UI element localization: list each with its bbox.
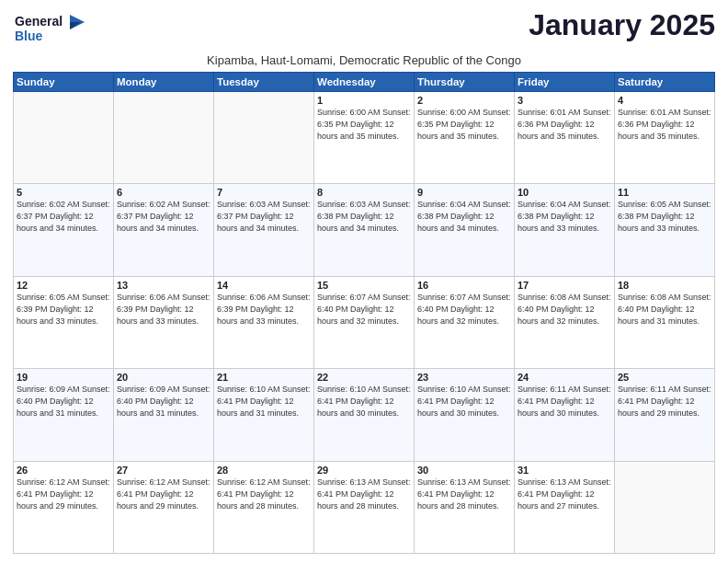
table-row: 30Sunrise: 6:13 AM Sunset: 6:41 PM Dayli…	[415, 461, 515, 553]
table-row: 7Sunrise: 6:03 AM Sunset: 6:37 PM Daylig…	[214, 184, 314, 276]
day-info: Sunrise: 6:02 AM Sunset: 6:37 PM Dayligh…	[117, 199, 210, 235]
week-row-5: 26Sunrise: 6:12 AM Sunset: 6:41 PM Dayli…	[14, 461, 715, 553]
table-row: 8Sunrise: 6:03 AM Sunset: 6:38 PM Daylig…	[314, 184, 415, 276]
svg-text:Blue: Blue	[15, 29, 43, 43]
table-row: 9Sunrise: 6:04 AM Sunset: 6:38 PM Daylig…	[415, 184, 515, 276]
day-number: 19	[17, 372, 110, 383]
day-info: Sunrise: 6:08 AM Sunset: 6:40 PM Dayligh…	[518, 292, 611, 327]
table-row: 22Sunrise: 6:10 AM Sunset: 6:41 PM Dayli…	[314, 369, 415, 461]
day-info: Sunrise: 6:06 AM Sunset: 6:39 PM Dayligh…	[117, 292, 210, 327]
day-number: 17	[518, 280, 611, 291]
day-number: 21	[217, 372, 311, 383]
table-row: 23Sunrise: 6:10 AM Sunset: 6:41 PM Dayli…	[415, 369, 515, 461]
table-row: 29Sunrise: 6:13 AM Sunset: 6:41 PM Dayli…	[314, 461, 415, 553]
calendar-table: Sunday Monday Tuesday Wednesday Thursday…	[13, 72, 715, 554]
day-info: Sunrise: 6:04 AM Sunset: 6:38 PM Dayligh…	[417, 199, 511, 235]
svg-text:General: General	[15, 14, 63, 29]
day-info: Sunrise: 6:10 AM Sunset: 6:41 PM Dayligh…	[317, 384, 411, 419]
table-row: 13Sunrise: 6:06 AM Sunset: 6:39 PM Dayli…	[114, 276, 214, 368]
table-row: 11Sunrise: 6:05 AM Sunset: 6:38 PM Dayli…	[615, 184, 715, 276]
table-row: 26Sunrise: 6:12 AM Sunset: 6:41 PM Dayli…	[14, 461, 114, 553]
day-number: 2	[417, 95, 511, 106]
day-info: Sunrise: 6:07 AM Sunset: 6:40 PM Dayligh…	[417, 292, 511, 327]
day-info: Sunrise: 6:03 AM Sunset: 6:37 PM Dayligh…	[217, 199, 311, 235]
day-number: 12	[17, 280, 110, 291]
week-row-1: 1Sunrise: 6:00 AM Sunset: 6:35 PM Daylig…	[14, 92, 715, 184]
title-block: January 2025	[529, 9, 715, 41]
day-number: 11	[618, 187, 711, 198]
table-row	[615, 461, 715, 553]
subtitle: Kipamba, Haut-Lomami, Democratic Republi…	[13, 53, 715, 67]
table-row	[14, 92, 114, 184]
table-row	[214, 92, 314, 184]
day-number: 31	[518, 465, 611, 476]
table-row: 28Sunrise: 6:12 AM Sunset: 6:41 PM Dayli…	[214, 461, 314, 553]
day-number: 13	[117, 280, 210, 291]
table-row: 14Sunrise: 6:06 AM Sunset: 6:39 PM Dayli…	[214, 276, 314, 368]
table-row: 2Sunrise: 6:00 AM Sunset: 6:35 PM Daylig…	[415, 92, 515, 184]
day-number: 27	[117, 465, 210, 476]
day-info: Sunrise: 6:06 AM Sunset: 6:39 PM Dayligh…	[217, 292, 311, 327]
day-number: 18	[618, 280, 711, 291]
day-number: 14	[217, 280, 311, 291]
day-number: 20	[117, 372, 210, 383]
header-row: Sunday Monday Tuesday Wednesday Thursday…	[14, 73, 715, 92]
day-number: 4	[618, 95, 711, 106]
logo-svg: General Blue	[13, 9, 86, 50]
day-info: Sunrise: 6:11 AM Sunset: 6:41 PM Dayligh…	[518, 384, 611, 419]
day-number: 22	[317, 372, 411, 383]
table-row: 25Sunrise: 6:11 AM Sunset: 6:41 PM Dayli…	[615, 369, 715, 461]
table-row: 1Sunrise: 6:00 AM Sunset: 6:35 PM Daylig…	[314, 92, 415, 184]
day-info: Sunrise: 6:10 AM Sunset: 6:41 PM Dayligh…	[417, 384, 511, 419]
day-number: 5	[17, 187, 110, 198]
header: General Blue January 2025	[13, 9, 715, 50]
day-info: Sunrise: 6:00 AM Sunset: 6:35 PM Dayligh…	[417, 107, 511, 143]
day-info: Sunrise: 6:01 AM Sunset: 6:36 PM Dayligh…	[518, 107, 611, 143]
day-info: Sunrise: 6:02 AM Sunset: 6:37 PM Dayligh…	[17, 199, 110, 235]
table-row	[114, 92, 214, 184]
day-info: Sunrise: 6:12 AM Sunset: 6:41 PM Dayligh…	[17, 477, 110, 512]
day-number: 23	[417, 372, 511, 383]
day-number: 8	[317, 187, 411, 198]
day-info: Sunrise: 6:11 AM Sunset: 6:41 PM Dayligh…	[618, 384, 711, 419]
table-row: 27Sunrise: 6:12 AM Sunset: 6:41 PM Dayli…	[114, 461, 214, 553]
day-info: Sunrise: 6:13 AM Sunset: 6:41 PM Dayligh…	[317, 477, 411, 512]
week-row-2: 5Sunrise: 6:02 AM Sunset: 6:37 PM Daylig…	[14, 184, 715, 276]
day-number: 29	[317, 465, 411, 476]
week-row-4: 19Sunrise: 6:09 AM Sunset: 6:40 PM Dayli…	[14, 369, 715, 461]
day-info: Sunrise: 6:08 AM Sunset: 6:40 PM Dayligh…	[618, 292, 711, 327]
day-info: Sunrise: 6:13 AM Sunset: 6:41 PM Dayligh…	[417, 477, 511, 512]
day-number: 24	[518, 372, 611, 383]
day-info: Sunrise: 6:12 AM Sunset: 6:41 PM Dayligh…	[117, 477, 210, 512]
table-row: 18Sunrise: 6:08 AM Sunset: 6:40 PM Dayli…	[615, 276, 715, 368]
table-row: 31Sunrise: 6:13 AM Sunset: 6:41 PM Dayli…	[515, 461, 615, 553]
day-number: 9	[417, 187, 511, 198]
day-info: Sunrise: 6:04 AM Sunset: 6:38 PM Dayligh…	[518, 199, 611, 235]
day-info: Sunrise: 6:13 AM Sunset: 6:41 PM Dayligh…	[518, 477, 611, 512]
col-thursday: Thursday	[415, 73, 515, 92]
table-row: 21Sunrise: 6:10 AM Sunset: 6:41 PM Dayli…	[214, 369, 314, 461]
day-number: 7	[217, 187, 311, 198]
day-info: Sunrise: 6:00 AM Sunset: 6:35 PM Dayligh…	[317, 107, 411, 143]
col-friday: Friday	[515, 73, 615, 92]
day-number: 15	[317, 280, 411, 291]
week-row-3: 12Sunrise: 6:05 AM Sunset: 6:39 PM Dayli…	[14, 276, 715, 368]
main-title: January 2025	[529, 9, 715, 41]
day-info: Sunrise: 6:09 AM Sunset: 6:40 PM Dayligh…	[117, 384, 210, 419]
day-number: 30	[417, 465, 511, 476]
day-info: Sunrise: 6:12 AM Sunset: 6:41 PM Dayligh…	[217, 477, 311, 512]
day-info: Sunrise: 6:03 AM Sunset: 6:38 PM Dayligh…	[317, 199, 411, 235]
col-monday: Monday	[114, 73, 214, 92]
day-info: Sunrise: 6:09 AM Sunset: 6:40 PM Dayligh…	[17, 384, 110, 419]
table-row: 10Sunrise: 6:04 AM Sunset: 6:38 PM Dayli…	[515, 184, 615, 276]
table-row: 24Sunrise: 6:11 AM Sunset: 6:41 PM Dayli…	[515, 369, 615, 461]
col-wednesday: Wednesday	[314, 73, 415, 92]
table-row: 20Sunrise: 6:09 AM Sunset: 6:40 PM Dayli…	[114, 369, 214, 461]
day-number: 16	[417, 280, 511, 291]
day-number: 25	[618, 372, 711, 383]
day-number: 26	[17, 465, 110, 476]
day-number: 3	[518, 95, 611, 106]
table-row: 4Sunrise: 6:01 AM Sunset: 6:36 PM Daylig…	[615, 92, 715, 184]
table-row: 17Sunrise: 6:08 AM Sunset: 6:40 PM Dayli…	[515, 276, 615, 368]
table-row: 15Sunrise: 6:07 AM Sunset: 6:40 PM Dayli…	[314, 276, 415, 368]
